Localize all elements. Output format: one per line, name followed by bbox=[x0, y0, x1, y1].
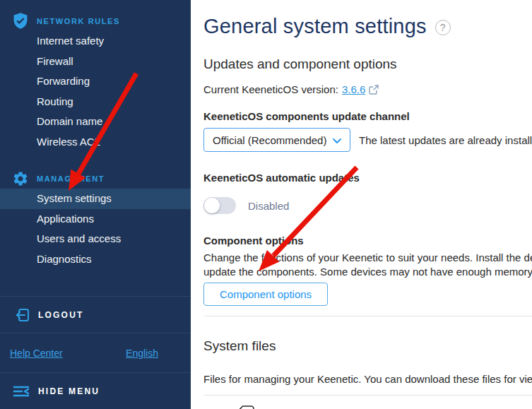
section-label-management: MANAGEMENT bbox=[37, 174, 105, 183]
title-row: General system settings ? bbox=[203, 13, 532, 40]
gear-icon bbox=[11, 170, 30, 188]
logout-button[interactable]: LOGOUT bbox=[0, 296, 191, 333]
logout-icon bbox=[14, 307, 31, 324]
main-content: General system settings ? Updates and co… bbox=[191, 0, 532, 409]
page-title: General system settings bbox=[203, 15, 427, 38]
logout-label: LOGOUT bbox=[38, 310, 84, 320]
help-center-link[interactable]: Help Center bbox=[10, 348, 63, 359]
sidebar-section-management: MANAGEMENT System settings Applications … bbox=[0, 169, 191, 269]
auto-updates-row: Disabled bbox=[203, 197, 532, 214]
update-channel-value: Official (Recommended) bbox=[213, 134, 326, 146]
channel-label: KeeneticOS components update channel bbox=[203, 110, 532, 122]
sidebar-item-domain-name[interactable]: Domain name bbox=[0, 112, 191, 132]
sidebar-nav: NETWORK RULES Internet safety Firewall F… bbox=[0, 0, 191, 296]
version-link[interactable]: 3.6.6 bbox=[342, 83, 365, 95]
files-divider bbox=[203, 395, 532, 396]
sidebar-item-routing[interactable]: Routing bbox=[0, 92, 191, 112]
sidebar-bottom: LOGOUT Help Center English HIDE MENU bbox=[0, 296, 191, 409]
chevron-down-icon bbox=[333, 134, 341, 146]
channel-row: Official (Recommended) The latest update… bbox=[203, 128, 532, 152]
component-options-button[interactable]: Component options bbox=[203, 283, 328, 306]
section-header-network-rules: NETWORK RULES bbox=[0, 11, 191, 31]
sidebar-item-applications[interactable]: Applications bbox=[0, 209, 191, 230]
question-circle-icon[interactable]: ? bbox=[435, 20, 451, 35]
sidebar-item-diagnostics[interactable]: Diagnostics bbox=[0, 249, 191, 270]
component-options-text-line2: update the components. Some devices may … bbox=[203, 265, 532, 279]
sidebar-item-users-and-access[interactable]: Users and access bbox=[0, 229, 191, 249]
sidebar-links-row: Help Center English bbox=[0, 333, 191, 372]
shield-check-icon bbox=[11, 12, 30, 30]
section-heading-system-files: System files bbox=[203, 338, 532, 354]
sidebar-item-forwarding[interactable]: Forwarding bbox=[0, 71, 191, 92]
section-heading-updates: Updates and component options bbox=[203, 57, 532, 72]
channel-status-text: The latest updates are already installed bbox=[359, 134, 532, 146]
sidebar: NETWORK RULES Internet safety Firewall F… bbox=[0, 0, 191, 409]
hide-menu-button[interactable]: HIDE MENU bbox=[0, 372, 191, 409]
version-label: Current KeeneticOS version: bbox=[203, 83, 338, 95]
component-options-label: Component options bbox=[203, 235, 532, 247]
section-divider bbox=[203, 316, 532, 316]
section-header-management: MANAGEMENT bbox=[0, 169, 191, 189]
external-link-icon bbox=[369, 85, 379, 95]
auto-updates-label: KeeneticOS automatic updates bbox=[203, 172, 532, 184]
version-line: Current KeeneticOS version: 3.6.6 bbox=[203, 83, 532, 95]
update-channel-select[interactable]: Official (Recommended) bbox=[203, 128, 350, 152]
toggle-knob bbox=[204, 198, 220, 213]
auto-updates-state: Disabled bbox=[248, 200, 289, 212]
sidebar-item-wireless-acl[interactable]: Wireless ACL bbox=[0, 132, 191, 153]
hide-menu-label: HIDE MENU bbox=[38, 386, 100, 396]
sidebar-section-network-rules: NETWORK RULES Internet safety Firewall F… bbox=[0, 11, 191, 152]
section-label-network-rules: NETWORK RULES bbox=[37, 17, 120, 25]
sidebar-item-system-settings[interactable]: System settings bbox=[0, 189, 191, 209]
auto-updates-toggle[interactable] bbox=[203, 197, 236, 214]
language-link[interactable]: English bbox=[126, 348, 158, 359]
component-options-text-line1: Change the functions of your Keenetic to… bbox=[203, 251, 532, 265]
sidebar-item-firewall[interactable]: Firewall bbox=[0, 52, 191, 72]
component-options-text: Change the functions of your Keenetic to… bbox=[203, 251, 532, 279]
hide-menu-icon bbox=[13, 384, 31, 398]
chip-file-icon bbox=[235, 404, 256, 409]
system-files-description: Files for managing your Keenetic. You ca… bbox=[203, 373, 532, 385]
sidebar-item-internet-safety[interactable]: Internet safety bbox=[0, 31, 191, 52]
file-row-firmware[interactable]: firmware KeeneticOS and the current set … bbox=[203, 403, 532, 409]
